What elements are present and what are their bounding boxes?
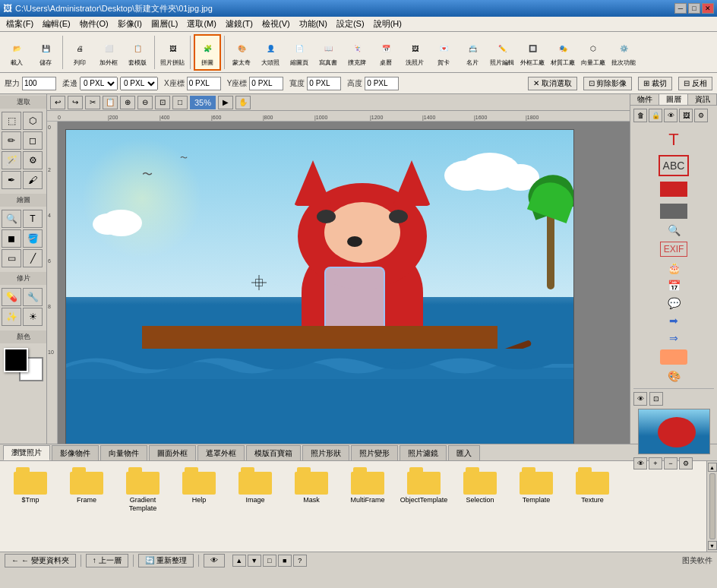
bottom-tab-匯入[interactable]: 匯入	[448, 445, 480, 460]
zoom-out-button[interactable]: ⊖	[137, 96, 153, 109]
eraser-tool[interactable]: ◼	[2, 229, 21, 248]
close-button[interactable]: ✕	[702, 3, 714, 14]
folder-item-ObjectTemplate[interactable]: ObjectTemplate	[398, 466, 450, 504]
menu-item-檢視v[interactable]: 檢視(V)	[257, 17, 295, 31]
folder-item-Mask[interactable]: Mask	[286, 466, 337, 504]
folder-item-Help[interactable]: Help	[173, 466, 225, 504]
stamp-tool[interactable]: ✨	[2, 308, 21, 326]
menu-item-功能n[interactable]: 功能(N)	[295, 17, 332, 31]
folder-item-Texture[interactable]: Texture	[567, 466, 618, 504]
hand-tool[interactable]: ✋	[235, 96, 251, 109]
pencil-tool[interactable]: ✏	[2, 131, 21, 150]
toolbar-tool-蒙太奇[interactable]: 🎨蒙太奇	[228, 34, 255, 71]
reverse-button[interactable]: ⊟ 反相	[678, 77, 712, 90]
bottom-tab-模版百寶箱[interactable]: 模版百寶箱	[246, 445, 301, 460]
delete-layer-button[interactable]: 🗑	[633, 109, 647, 122]
toolbar-tool-儲存[interactable]: 💾儲存	[32, 34, 59, 71]
toolbar-tool-列印[interactable]: 🖨列印	[66, 34, 93, 71]
adjust-tool[interactable]: 🔧	[23, 288, 43, 306]
line-tool[interactable]: ╱	[23, 249, 43, 267]
smooth-select[interactable]: 0 PXL	[80, 77, 118, 90]
actual-size-button[interactable]: □	[172, 96, 188, 109]
toolbar-tool-名片[interactable]: 📇名片	[459, 34, 486, 71]
copy-button[interactable]: 📋	[103, 96, 118, 109]
heal-tool[interactable]: 💊	[2, 288, 21, 306]
toolbar-tool-材質工廠[interactable]: 🎭材質工廠	[548, 34, 577, 71]
toolbar-tool-載入[interactable]: 📂載入	[3, 34, 30, 71]
toolbar-tool-外框工廠[interactable]: 🔲外框工廠	[518, 34, 547, 71]
clip-icon-btn[interactable]: ⊡	[649, 392, 663, 406]
grid-large-btn[interactable]: ■	[278, 555, 292, 567]
toolbar-tool-套模版[interactable]: 📋套模版	[124, 34, 151, 71]
grid-small-btn[interactable]: □	[263, 555, 276, 567]
fit-button[interactable]: ⊡	[155, 96, 170, 109]
visibility-button[interactable]: 👁	[664, 109, 678, 122]
refresh-button[interactable]: 🔄 重新整理	[138, 554, 194, 567]
tab-object[interactable]: 物件	[630, 94, 659, 105]
folder-item-Selection[interactable]: Selection	[454, 466, 506, 504]
sort-desc-btn[interactable]: ▼	[248, 555, 261, 567]
scroll-up-arrow[interactable]: ▲	[708, 463, 717, 472]
folder-item-$Tmp[interactable]: $Tmp	[5, 466, 56, 504]
menu-item-設定s[interactable]: 設定(S)	[332, 17, 369, 31]
sort-asc-btn[interactable]: ▲	[232, 555, 246, 567]
undo-button[interactable]: ↩	[50, 96, 65, 109]
toolbar-tool-賀卡[interactable]: 💌賀卡	[430, 34, 457, 71]
toolbar-tool-批次功能[interactable]: ⚙️批次功能	[609, 34, 638, 71]
toolbar-tool-撲克牌[interactable]: 🃏撲克牌	[343, 34, 371, 71]
toolbar-tool-大頭照[interactable]: 👤大頭照	[257, 34, 284, 71]
toolbar-tool-拼圖[interactable]: 🧩拼圖	[194, 34, 221, 71]
smooth-select2[interactable]: 0 PXL	[120, 77, 158, 90]
width-input[interactable]	[307, 77, 341, 90]
folder-item-Frame[interactable]: Frame	[61, 466, 112, 504]
dodge-tool[interactable]: ☀	[23, 308, 43, 326]
select-lasso-tool[interactable]: ⬡	[23, 112, 43, 130]
folder-item-Image[interactable]: Image	[229, 466, 281, 504]
cancel-select-button[interactable]: ✕ 取消選取	[528, 77, 577, 90]
menu-item-濾鏡t[interactable]: 濾鏡(T)	[221, 17, 257, 31]
canvas-area[interactable]: 〜 〜	[58, 122, 630, 444]
zoom-in-button[interactable]: ⊕	[120, 96, 135, 109]
menu-item-檔案f[interactable]: 檔案(F)	[2, 17, 38, 31]
tab-layer[interactable]: 圖層	[659, 94, 688, 105]
scroll-track[interactable]	[709, 473, 715, 539]
text-tool[interactable]: T	[23, 210, 43, 228]
bottom-tab-影像物件[interactable]: 影像物件	[52, 445, 99, 460]
pressure-input[interactable]	[22, 77, 56, 90]
menu-item-物件o[interactable]: 物件(O)	[75, 17, 113, 31]
pen-tool[interactable]: ✒	[2, 171, 21, 189]
bottom-tab-照片濾鏡[interactable]: 照片濾鏡	[400, 445, 447, 460]
folder-item-GradientTemplate[interactable]: GradientTemplate	[117, 466, 169, 513]
y-input[interactable]	[249, 77, 283, 90]
toolbar-tool-照片拼貼[interactable]: 🖼照片拼貼	[158, 34, 187, 71]
up-folder-button[interactable]: ↑ 上一層	[86, 554, 128, 567]
toolbar-tool-寫真書[interactable]: 📖寫真書	[314, 34, 342, 71]
menu-item-影像i[interactable]: 影像(I)	[113, 17, 147, 31]
toolbar-tool-照片編輯[interactable]: ✏️照片編輯	[488, 34, 516, 71]
remove-image-button[interactable]: ⊡ 剪除影像	[583, 77, 633, 90]
toolbar-tool-縮圖頁[interactable]: 📄縮圖頁	[286, 34, 313, 71]
menu-item-編輯e[interactable]: 編輯(E)	[38, 17, 75, 31]
help-btn[interactable]: ?	[293, 555, 307, 567]
brush-tool[interactable]: 🖌	[23, 171, 43, 189]
bottom-tab-向量物件[interactable]: 向量物件	[100, 445, 147, 460]
change-folder-button[interactable]: ← ← 變更資料夾	[5, 554, 76, 567]
crop-button[interactable]: ⊞ 裁切	[638, 77, 672, 90]
folder-item-MultiFrame[interactable]: MultiFrame	[342, 466, 393, 504]
redo-button[interactable]: ↪	[68, 96, 83, 109]
menu-item-圖層l[interactable]: 圖層(L)	[147, 17, 182, 31]
zoom-tool[interactable]: 🔍	[2, 210, 21, 228]
bottom-tab-圖面外框[interactable]: 圖面外框	[149, 445, 196, 460]
rect-tool[interactable]: ◻	[23, 131, 43, 150]
bottom-tab-照片形狀[interactable]: 照片形狀	[302, 445, 349, 460]
toolbar-tool-加外框[interactable]: ⬜加外框	[95, 34, 122, 71]
bottom-tab-瀏覽照片[interactable]: 瀏覽照片	[3, 445, 50, 460]
menu-item-選取m[interactable]: 選取(M)	[182, 17, 221, 31]
show-button[interactable]: 👁	[204, 554, 225, 567]
x-input[interactable]	[187, 77, 221, 90]
image-layer-button[interactable]: 🖼	[679, 109, 693, 122]
scroll-down-arrow[interactable]: ▼	[708, 541, 717, 550]
bottom-tab-遮罩外框[interactable]: 遮罩外框	[197, 445, 245, 460]
folder-item-Template[interactable]: Template	[510, 466, 562, 504]
lock-layer-button[interactable]: 🔒	[649, 109, 662, 122]
